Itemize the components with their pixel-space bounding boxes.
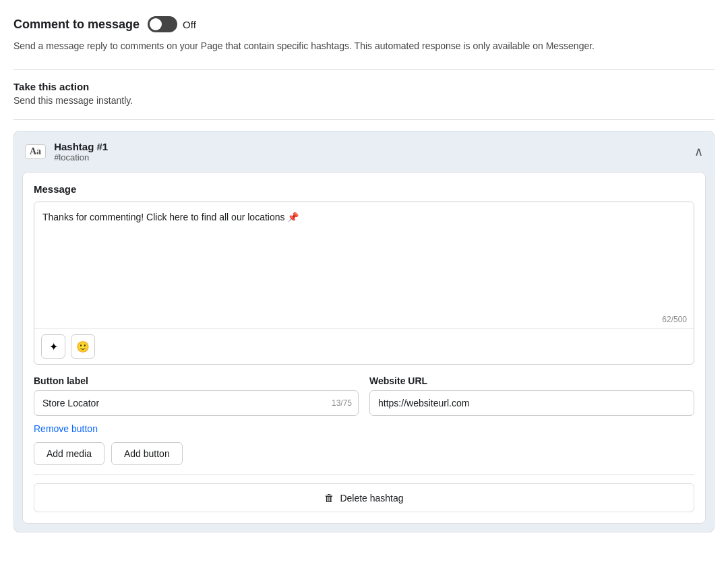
trash-icon: 🗑	[324, 492, 334, 504]
toggle-track	[148, 16, 177, 32]
button-label-group: Button label 13/75	[34, 375, 359, 416]
remove-button[interactable]: Remove button	[34, 423, 98, 434]
action-buttons-row: Add media Add button	[34, 442, 694, 465]
emoji-icon: 🙂	[76, 340, 90, 353]
hashtag-info: Hashtag #1 #location	[54, 141, 108, 162]
hashtag-header-left: Aa Hashtag #1 #location	[25, 141, 108, 162]
toggle-thumb	[150, 18, 162, 30]
website-url-group: Website URL	[369, 375, 694, 416]
hashtag-number: Hashtag #1	[54, 141, 108, 152]
message-label: Message	[34, 183, 694, 195]
hashtag-tag: #location	[54, 152, 108, 162]
message-textarea-wrapper: Thanks for commenting! Click here to fin…	[34, 202, 694, 365]
delete-hashtag-button[interactable]: 🗑 Delete hashtag	[34, 483, 694, 512]
toggle-wrapper[interactable]: Off	[148, 16, 196, 32]
add-media-button[interactable]: Add media	[34, 442, 104, 465]
textarea-toolbar: ✦ 🙂	[34, 328, 694, 364]
hashtag-card: Aa Hashtag #1 #location ∧ Message Thanks…	[13, 131, 715, 532]
toggle-switch[interactable]	[148, 16, 177, 32]
message-textarea[interactable]: Thanks for commenting! Click here to fin…	[34, 202, 694, 310]
emoji-picker-button[interactable]: 🙂	[71, 334, 95, 359]
ai-icon: ✦	[49, 340, 58, 353]
action-subtitle: Send this message instantly.	[13, 95, 715, 106]
chevron-up-icon[interactable]: ∧	[694, 146, 703, 158]
action-divider	[13, 119, 715, 120]
fields-row: Button label 13/75 Website URL	[34, 375, 694, 416]
website-url-heading: Website URL	[369, 375, 694, 386]
message-char-count: 62/500	[34, 312, 694, 328]
action-section: Take this action Send this message insta…	[13, 81, 715, 106]
delete-row: 🗑 Delete hashtag	[34, 475, 694, 512]
hashtag-body: Message Thanks for commenting! Click her…	[22, 172, 706, 524]
toggle-state-label: Off	[183, 19, 196, 30]
button-label-input-wrapper: 13/75	[34, 390, 359, 416]
hashtag-header[interactable]: Aa Hashtag #1 #location ∧	[14, 131, 714, 172]
hashtag-aa-icon: Aa	[25, 144, 46, 159]
ai-enhance-button[interactable]: ✦	[41, 334, 65, 359]
button-label-heading: Button label	[34, 375, 359, 386]
page-title: Comment to message	[13, 18, 140, 32]
button-label-input[interactable]	[34, 390, 359, 416]
page-header: Comment to message Off	[13, 16, 715, 32]
add-button-button[interactable]: Add button	[111, 442, 183, 465]
website-url-input[interactable]	[369, 390, 694, 416]
page-description: Send a message reply to comments on your…	[13, 39, 715, 53]
website-url-input-wrapper	[369, 390, 694, 416]
section-divider	[13, 69, 715, 70]
action-title: Take this action	[13, 81, 715, 92]
delete-hashtag-label: Delete hashtag	[340, 493, 403, 504]
